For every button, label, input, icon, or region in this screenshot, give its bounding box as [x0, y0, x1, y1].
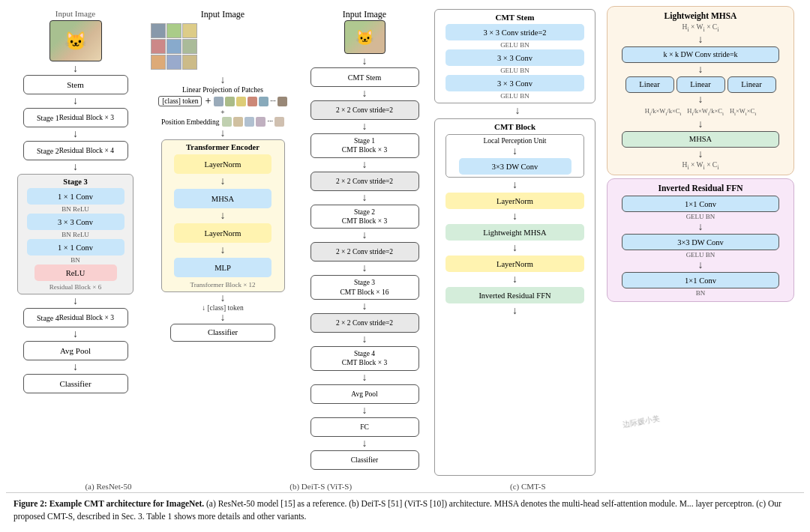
mhsa-input-dim: Hi × Wi × Ci [682, 23, 719, 33]
arrow-c11: ↓ [362, 438, 368, 449]
arrow-c9: ↓ [362, 372, 368, 383]
arrow-2: ↓ [73, 96, 78, 106]
arrow-d3: ↓ [512, 211, 518, 222]
panel-c-col: CMT Stem ↓ 2 × 2 Conv stride=2 ↓ Stage 1… [305, 67, 424, 470]
panel-a-resnet: Input Image ↓ Stem ↓ Stage 1Residual Blo… [6, 6, 145, 479]
stem-conv2: 3 × 3 Conv [446, 49, 584, 66]
conv-stride-4: 2 × 2 Conv stride=2 [310, 313, 419, 333]
layernorm-b2: LayerNorm [174, 223, 272, 243]
linear-2: Linear [676, 76, 725, 93]
ct4 [248, 97, 257, 106]
label-a: (a) ResNet-50 [85, 482, 131, 491]
arrow-6: ↓ [73, 329, 78, 339]
gc6 [182, 39, 197, 54]
arrow-d4: ↓ [512, 243, 518, 253]
panel-b-deit: Input Image ↓ Linear Projection of Patch… [148, 6, 298, 479]
mlp-b: MLP [174, 258, 272, 277]
arrow-b4: ↓ [220, 312, 226, 323]
arrow-b1: ↓ [220, 75, 226, 85]
conv3x3-a: 3 × 3 Conv [27, 214, 124, 230]
ffn-title: Inverted Residual FFN [658, 184, 742, 193]
linear-proj-label: Linear Projection of Patches [163, 86, 283, 94]
arrow-c6: ↓ [362, 263, 368, 273]
classifier-c: Classifier [310, 450, 419, 470]
arrow-1: ↓ [73, 64, 78, 74]
dw-conv-lpu: 3×3 DW Conv [459, 158, 572, 175]
arrow-m4: ↓ [698, 119, 704, 130]
dim-2: Hi/k×Wi/k×Ci [687, 107, 724, 117]
bn-relu-2: BN ReLU [62, 231, 89, 238]
arrow-m1: ↓ [698, 34, 704, 45]
conv-stride-2: 2 × 2 Conv stride=2 [310, 172, 419, 191]
arrow-c7: ↓ [362, 301, 368, 312]
transformer-encoder-box: Transformer Encoder LayerNorm ↓ MHSA ↓ L… [161, 139, 285, 292]
conv-stride-3: 2 × 2 Conv stride=2 [310, 242, 419, 262]
bn-relu-1: BN ReLU [62, 205, 89, 213]
caption-area: Figure 2: Example CMT architecture for I… [6, 492, 804, 527]
pos-embed-row: Position Embedding ··· [161, 117, 284, 127]
arrow-d5: ↓ [512, 274, 518, 285]
dim-1: Hi/k×Wi/k×Ci [645, 107, 682, 117]
cmt-block-title: CMT Block [494, 122, 536, 131]
stage1-box: Stage 1Residual Block × 3 [23, 108, 128, 127]
panel-a-title: Input Image [56, 9, 95, 18]
avgpool-c: Avg Pool [310, 384, 419, 404]
arrow-d1: ↓ [434, 106, 601, 116]
linear-3: Linear [728, 76, 776, 93]
linear-1: Linear [626, 76, 674, 93]
mhsa-b: MHSA [174, 189, 272, 208]
linear-row: Linear Linear Linear [626, 76, 776, 93]
ct2 [225, 97, 235, 106]
main-container: Input Image ↓ Stem ↓ Stage 1Residual Blo… [0, 0, 810, 532]
patch-tokens: ··· [214, 97, 287, 106]
pet5 [274, 117, 284, 127]
cmt-stem-c: CMT Stem [310, 67, 419, 87]
ct5 [259, 97, 268, 106]
sub-labels-row: (a) ResNet-50 (b) DeiT-S (ViT-S) (c) CMT… [6, 479, 804, 492]
panel-a-col: Stem ↓ Stage 1Residual Block × 3 ↓ Stage… [17, 75, 134, 393]
gc8 [166, 55, 182, 70]
arrow-t1: ↓ [220, 176, 226, 187]
gc9 [182, 55, 197, 70]
ffn-dw-conv: 3×3 DW Conv [622, 234, 779, 250]
pet1 [222, 117, 232, 127]
stage4-box: Stage 4Residual Block × 3 [23, 308, 128, 327]
arrow-c10: ↓ [362, 405, 368, 416]
stage1-cmt: Stage 1CMT Block × 3 [310, 133, 419, 158]
arrow-d6: ↓ [512, 306, 518, 316]
arrow-4: ↓ [73, 162, 78, 172]
stage3-expanded: Stage 3 1 × 1 Conv BN ReLU 3 × 3 Conv BN… [17, 174, 134, 294]
transformer-label: Transformer Encoder [186, 143, 260, 151]
stem-gelu-bn-3: GELU BN [500, 92, 530, 100]
diagrams-row: Input Image ↓ Stem ↓ Stage 1Residual Blo… [6, 6, 804, 479]
pe-tokens: ··· [222, 117, 284, 127]
panel-right: Lightweight MHSA Hi × Wi × Ci ↓ k × k DW… [607, 6, 794, 479]
classifier-b: Classifier [170, 324, 275, 342]
panel-b-title: Input Image [201, 9, 244, 20]
gc5 [166, 39, 182, 54]
bn-label: BN [70, 256, 80, 264]
panel-ffn: Inverted Residual FFN 1×1 Conv GELU BN ↓… [607, 178, 794, 302]
lpu-box: Local Perception Unit ↓ 3×3 DW Conv [446, 134, 584, 178]
gc4 [151, 39, 166, 54]
avgpool-a: Avg Pool [23, 341, 128, 360]
conv1x1-b: 1 × 1 Conv [27, 239, 124, 256]
ellipsis2: ··· [267, 117, 273, 127]
gc3 [182, 23, 197, 38]
irffn-d: Inverted Residual FFN [446, 287, 584, 303]
layernorm-d1: LayerNorm [446, 193, 584, 209]
label-c: (c) CMT-S [510, 482, 546, 491]
stage3-cmt: Stage 3CMT Block × 16 [310, 275, 419, 300]
mhsa-box: MHSA [622, 131, 779, 148]
stem-gelu-bn-2: GELU BN [500, 67, 530, 74]
ct3 [236, 97, 246, 106]
cmt-block-detail: CMT Block Local Perception Unit ↓ 3×3 DW… [434, 118, 596, 476]
mhsa-output-dim: Hi × Wi × Ci [682, 161, 719, 171]
lpu-label: Local Perception Unit [484, 137, 547, 145]
classifier-a: Classifier [23, 374, 128, 393]
resblock-6: Residual Block × 6 [50, 283, 101, 291]
stem-gelu-bn-1: GELU BN [500, 41, 530, 49]
arrow-f2: ↓ [698, 260, 704, 270]
token-embed-row: [class] token + ··· [158, 95, 287, 107]
layernorm-b1: LayerNorm [174, 154, 272, 174]
